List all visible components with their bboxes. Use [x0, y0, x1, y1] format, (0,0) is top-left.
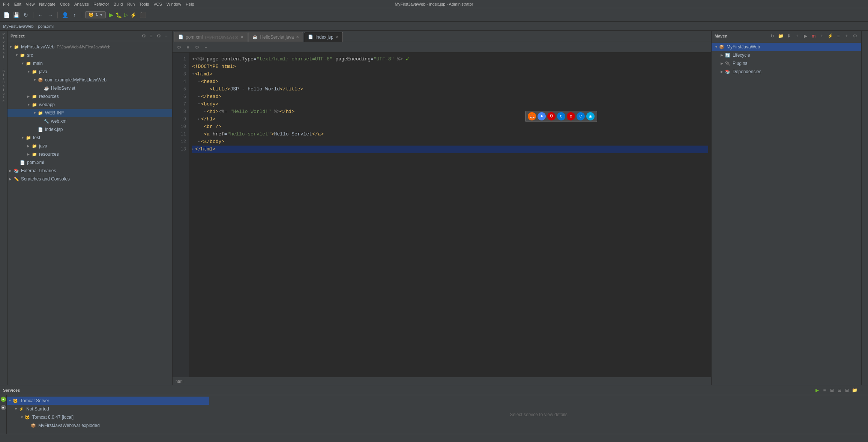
maven-m-icon[interactable]: m [810, 33, 817, 39]
services-add-icon[interactable]: + [859, 387, 865, 393]
back-btn[interactable]: ← [36, 11, 45, 19]
maven-gear-icon[interactable]: ⚙ [851, 33, 858, 39]
run-with-coverage-btn[interactable]: ▷ [124, 12, 128, 18]
tree-item-helloservlet[interactable]: ☕ HelloServlet [8, 84, 172, 92]
browser-ie[interactable]: ⊗ [567, 112, 575, 120]
maven-bolt-icon[interactable]: ⚡ [827, 33, 833, 39]
services-filter-icon[interactable]: ⊟ [844, 387, 850, 393]
code-line-13[interactable]: ▸ </html> [192, 146, 708, 153]
menu-run[interactable]: Run [127, 2, 135, 6]
breadcrumb-project[interactable]: MyFirstJavaWeb [3, 24, 34, 29]
tree-item-ext-libs[interactable]: ▶ 📚 External Libraries [8, 167, 172, 175]
structure-tab-icon[interactable]: Structure [2, 69, 5, 103]
services-collapse-icon[interactable]: ⊟ [836, 387, 842, 393]
tree-item-webinf[interactable]: ▼ 📁 WEB-INF [8, 109, 172, 117]
save-btn[interactable]: 💾 [12, 11, 20, 19]
tree-item-resources-test[interactable]: ▶ 📁 resources [8, 150, 172, 158]
tree-item-webxml[interactable]: 🔧 web.xml [8, 117, 172, 125]
menu-code[interactable]: Code [60, 2, 70, 6]
menu-vcs[interactable]: VCS [153, 2, 162, 6]
maven-folder-icon[interactable]: 📁 [777, 33, 784, 39]
editor-list-icon[interactable]: ≡ [185, 44, 191, 51]
menu-view[interactable]: View [26, 2, 35, 6]
code-line-4[interactable]: ▾ <head> [192, 78, 708, 86]
menu-navigate[interactable]: Navigate [39, 2, 55, 6]
tree-item-pomxml[interactable]: 📄 pom.xml [8, 158, 172, 167]
code-line-10[interactable]: <br /> [192, 123, 708, 131]
services-tree[interactable]: ▼ 🐱 Tomcat Server ▼ ⚡ Not Started ▼ 🐱 To… [7, 395, 209, 434]
editor-gear-icon[interactable]: ⚙ [194, 44, 200, 51]
project-tree[interactable]: ▼ 📁 MyFirstJavaWeb F:\JavaWeb\MyFirstJav… [8, 41, 172, 385]
breadcrumb-file[interactable]: pom.xml [38, 24, 54, 29]
maven-list-icon[interactable]: ≡ [835, 33, 842, 39]
menu-help[interactable]: Help [186, 2, 194, 6]
maven-item-plugins[interactable]: ▶ 🔌 Plugins [712, 59, 861, 68]
maven-download-icon[interactable]: ⬇ [785, 33, 792, 39]
tree-item-java-test[interactable]: ▶ 📁 java [8, 142, 172, 150]
services-item-nostart[interactable]: ▼ ⚡ Not Started [7, 405, 209, 413]
tree-item-test[interactable]: ▼ 📁 test [8, 134, 172, 142]
tab-close-servlet[interactable]: ✕ [296, 35, 299, 39]
sync-btn[interactable]: ↻ [22, 11, 30, 19]
maven-item-dependencies[interactable]: ▶ 📚 Dependencies [712, 68, 861, 76]
menu-refactor[interactable]: Refactor [93, 2, 109, 6]
tree-item-webapp[interactable]: ▼ 📁 webapp [8, 101, 172, 109]
tomcat-selector[interactable]: 🐱 ↻ ▾ [85, 11, 106, 18]
menu-window[interactable]: Window [167, 2, 181, 6]
editor-settings-icon[interactable]: ⚙ [176, 44, 182, 51]
code-line-1[interactable]: ▾ <%@ page contentType = "text/html; cha… [192, 56, 708, 63]
tree-item-package[interactable]: ▼ 📦 com.example.MyFirstJavaWeb [8, 76, 172, 84]
maven-tree[interactable]: ▼ 📦 MyFirstJavaWeb ▶ 🔄 Lifecycle ▶ 🔌 Plu… [712, 41, 861, 385]
forward-btn[interactable]: → [46, 11, 54, 19]
browser-opera[interactable]: O [547, 112, 556, 120]
browser-chrome[interactable]: ● [538, 112, 546, 120]
menu-edit[interactable]: Edit [14, 2, 21, 6]
tree-item-resources-main[interactable]: ▶ 📁 resources [8, 92, 172, 101]
tab-indexjsp[interactable]: 📄 index.jsp ✕ [304, 32, 342, 42]
code-line-12[interactable]: ▸ < ⚠ /body> [192, 138, 708, 146]
tab-pom[interactable]: 📄 pom.xml (MyFirstJavaWeb) ✕ [174, 32, 248, 42]
browser-edge[interactable]: e [557, 112, 565, 120]
code-content[interactable]: ▾ <%@ page contentType = "text/html; cha… [189, 53, 711, 377]
services-list-icon[interactable]: ≡ [821, 387, 827, 393]
menu-tools[interactable]: Tools [139, 2, 149, 6]
tree-item-java-main[interactable]: ▼ 📁 java [8, 68, 172, 76]
code-line-7[interactable]: ▾ <body> [192, 101, 708, 108]
menu-file[interactable]: File [3, 2, 10, 6]
project-close-icon[interactable]: − [163, 33, 169, 39]
project-tab-icon[interactable]: Project [2, 32, 5, 59]
services-item-tomcat[interactable]: ▼ 🐱 Tomcat Server [7, 397, 209, 405]
code-line-8[interactable]: ▾ <h1> <%= "Hello World!" %> </h1> [192, 108, 708, 116]
browser-ie2[interactable]: e [577, 112, 585, 120]
new-file-btn[interactable]: 📄 [2, 11, 11, 19]
stop-btn[interactable]: ⬛ [139, 11, 147, 19]
code-editor[interactable]: 1 2 3 4 5 6 7 8 9 10 11 12 13 ▾ <%@ page [173, 53, 711, 377]
code-line-2[interactable]: <!DOCTYPE html> [192, 63, 708, 71]
menu-analyze[interactable]: Analyze [74, 2, 89, 6]
vcs-btn[interactable]: ↑ [71, 11, 79, 19]
debug-button[interactable]: 🐛 [116, 12, 122, 18]
profile-btn[interactable]: ⚡ [130, 12, 137, 18]
user-btn[interactable]: 👤 [61, 11, 69, 19]
maven-plus-icon[interactable]: + [818, 33, 825, 39]
code-line-5[interactable]: <title> JSP - Hello World </title> [192, 86, 708, 93]
project-gear-icon[interactable]: ⚙ [156, 33, 162, 39]
tab-close-indexjsp[interactable]: ✕ [336, 35, 339, 39]
project-settings-icon[interactable]: ⚙ [141, 33, 147, 39]
maven-run-icon[interactable]: ▶ [802, 33, 809, 39]
services-item-tomcat8[interactable]: ▼ 🐱 Tomcat 8.0.47 [local] [7, 413, 209, 421]
services-play-icon[interactable]: ▶ [814, 387, 820, 393]
tree-item-scratches[interactable]: ▶ ✏️ Scratches and Consoles [8, 175, 172, 183]
services-folder-icon[interactable]: 📁 [851, 387, 857, 393]
project-list-icon[interactable]: ≡ [148, 33, 154, 39]
menu-bar[interactable]: File Edit View Navigate Code Analyze Ref… [3, 2, 194, 6]
run-button[interactable]: ▶ [109, 11, 113, 18]
maven-add-icon[interactable]: + [794, 33, 800, 39]
maven-refresh-icon[interactable]: ↻ [769, 33, 776, 39]
tree-item-main[interactable]: ▼ 📁 main [8, 59, 172, 68]
services-expand-icon[interactable]: ⊞ [829, 387, 835, 393]
maven-settings-icon[interactable]: + [843, 33, 850, 39]
maven-item-lifecycle[interactable]: ▶ 🔄 Lifecycle [712, 51, 861, 59]
code-line-3[interactable]: ▾ <html> [192, 71, 708, 78]
code-line-6[interactable]: ▸ </head> [192, 93, 708, 101]
